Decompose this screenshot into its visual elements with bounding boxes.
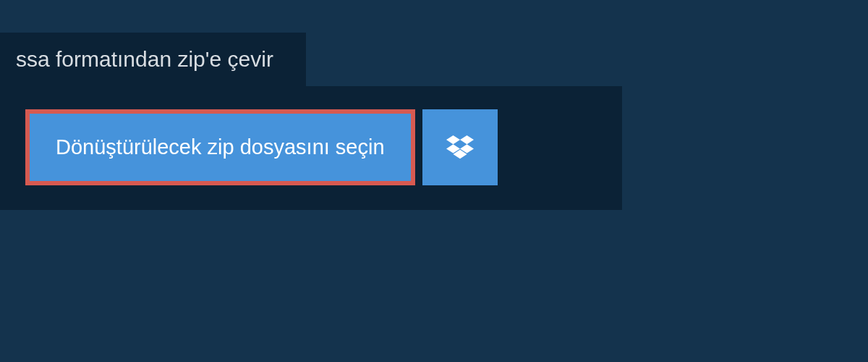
dropbox-icon bbox=[446, 135, 474, 161]
conversion-tab-container: ssa formatından zip'e çevir Dönüştürülec… bbox=[0, 33, 868, 210]
dropbox-button[interactable] bbox=[422, 109, 498, 185]
tab-header: ssa formatından zip'e çevir bbox=[0, 33, 306, 86]
select-file-button[interactable]: Dönüştürülecek zip dosyasını seçin bbox=[25, 109, 415, 185]
tab-title: ssa formatından zip'e çevir bbox=[16, 47, 273, 71]
upload-panel: Dönüştürülecek zip dosyasını seçin bbox=[0, 86, 622, 210]
select-file-label: Dönüştürülecek zip dosyasını seçin bbox=[56, 135, 385, 159]
